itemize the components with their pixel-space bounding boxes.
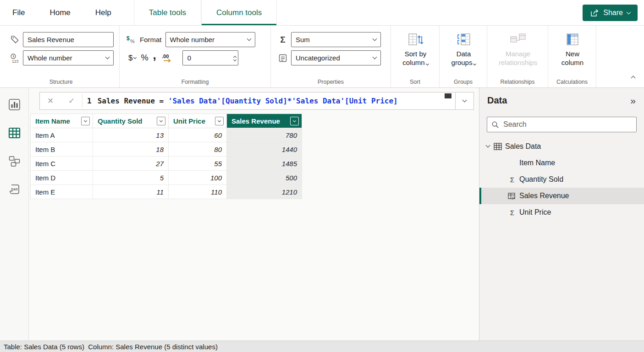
grid-cell[interactable]: Item A (31, 128, 93, 142)
spinner-down-icon[interactable] (233, 58, 237, 61)
grid-cell[interactable]: 18 (93, 142, 169, 157)
grid-cell[interactable]: 11 (93, 185, 169, 199)
tab-column-tools[interactable]: Column tools (201, 0, 277, 25)
grid-cell[interactable]: 1210 (227, 185, 302, 199)
filter-dropdown-icon[interactable] (81, 117, 90, 125)
field-unit-price[interactable]: Σ Unit Price (479, 204, 644, 221)
chevron-down-icon (426, 62, 429, 65)
share-button-label: Share (603, 9, 623, 17)
tab-table-tools-label: Table tools (149, 8, 186, 17)
grid-cell[interactable]: 80 (169, 142, 227, 157)
search-input[interactable] (503, 120, 632, 129)
sigma-icon: Σ (507, 209, 517, 217)
view-rail: DAX (0, 88, 29, 341)
section-label-calculations: Calculations (548, 79, 596, 85)
tab-column-tools-label: Column tools (216, 8, 262, 17)
grid-cell[interactable]: Item D (31, 171, 93, 185)
chevron-up-icon (631, 76, 636, 81)
table-icon (494, 143, 502, 150)
expand-formula-bar-button[interactable] (455, 92, 473, 109)
column-header-quantity-sold[interactable]: Quantity Sold (93, 114, 169, 128)
section-label-sort: Sort (391, 79, 439, 85)
svg-text:$: $ (127, 35, 130, 42)
summarization-select[interactable]: Sum (291, 32, 381, 47)
grid-cell[interactable]: 5 (93, 171, 169, 185)
grid-cell[interactable]: 780 (227, 128, 302, 142)
grid-cell[interactable]: 13 (93, 128, 169, 142)
report-view-button[interactable] (5, 95, 23, 114)
field-label: Unit Price (519, 208, 551, 217)
chevron-down-icon[interactable] (486, 143, 490, 148)
formula-input[interactable]: Sales Revenue = 'Sales Data'[Quantity So… (92, 92, 455, 109)
thousands-separator-button[interactable]: , (150, 51, 158, 65)
field-sales-revenue[interactable]: fx Sales Revenue (479, 188, 644, 204)
format-select[interactable]: Whole number (165, 32, 255, 47)
share-button[interactable]: Share (583, 5, 638, 21)
menu-file[interactable]: File (0, 0, 37, 25)
decimal-places-button[interactable]: .00 (159, 51, 177, 65)
dax-query-view-button[interactable]: DAX (5, 180, 23, 199)
grid-cell[interactable]: Item B (31, 142, 93, 157)
column-header-unit-price[interactable]: Unit Price (169, 114, 227, 128)
grid-cell[interactable]: Item E (31, 185, 93, 199)
menu-help[interactable]: Help (83, 0, 124, 25)
tab-table-tools[interactable]: Table tools (134, 0, 201, 25)
new-column-label: New column (555, 49, 590, 67)
grid-cell[interactable]: 1440 (227, 142, 302, 157)
section-label-properties: Properties (271, 79, 391, 85)
menu-home[interactable]: Home (37, 0, 83, 25)
cancel-formula-button[interactable]: ✕ (40, 92, 61, 109)
sigma-icon: Σ (507, 176, 517, 184)
data-view-canvas: ✕ ✓ 1 Sales Revenue = 'Sales Data'[Quant… (29, 88, 479, 341)
filter-dropdown-icon[interactable] (215, 117, 224, 125)
grid-cell[interactable]: 55 (169, 157, 227, 171)
percent-format-button[interactable]: % (138, 51, 150, 65)
collapse-pane-icon[interactable]: » (630, 96, 636, 105)
ribbon-section-properties: Σ Sum Uncategorized Properties (270, 26, 391, 87)
collapse-ribbon-button[interactable] (630, 71, 637, 83)
grid-cell[interactable]: 60 (169, 128, 227, 142)
manage-relationships-icon (510, 32, 526, 47)
model-view-button[interactable] (5, 152, 23, 170)
section-label-relationships: Relationships (487, 79, 548, 85)
column-header-sales-revenue[interactable]: Sales Revenue (227, 114, 302, 128)
data-category-select[interactable]: Uncategorized (291, 50, 381, 65)
ribbon-section-structure: 123 Whole number Structure (3, 26, 119, 87)
format-label: Format (140, 36, 162, 43)
summarization-value: Sum (296, 36, 310, 43)
currency-format-button[interactable]: $ (126, 51, 138, 65)
format-value: Whole number (170, 36, 215, 43)
column-header-label: Item Name (35, 117, 70, 125)
field-quantity-sold[interactable]: Σ Quantity Sold (479, 171, 644, 188)
formula-scrollbar-thumb[interactable] (445, 93, 451, 98)
field-item-name[interactable]: Item Name (479, 155, 644, 171)
grid-cell[interactable]: Item C (31, 157, 93, 171)
sort-by-column-button[interactable]: Sort by column (397, 32, 434, 67)
grid-cell[interactable]: 500 (227, 171, 302, 185)
field-label: Quantity Sold (519, 175, 563, 184)
filter-dropdown-icon[interactable] (157, 117, 165, 125)
column-name-input[interactable] (23, 32, 114, 47)
grid-cell[interactable]: 1485 (227, 157, 302, 171)
manage-relationships-button[interactable]: Manage relationships (499, 32, 537, 67)
data-groups-button[interactable]: Data groups (446, 32, 481, 67)
data-view-button[interactable] (5, 124, 23, 142)
commit-formula-button[interactable]: ✓ (61, 92, 82, 109)
new-column-icon (565, 32, 580, 47)
grid-cell[interactable]: 110 (169, 185, 227, 199)
filter-dropdown-icon[interactable] (290, 117, 299, 125)
section-label-formatting: Formatting (120, 79, 270, 85)
grid-cell[interactable]: 100 (169, 171, 227, 185)
comma-icon: , (153, 48, 156, 62)
data-type-select[interactable]: Whole number (23, 50, 114, 65)
table-node-sales-data[interactable]: Sales Data (479, 138, 644, 155)
manage-relationships-label: Manage relationships (499, 49, 537, 67)
column-header-item-name[interactable]: Item Name (31, 114, 93, 128)
decimal-places-spinner[interactable]: 0 (182, 50, 238, 65)
grid-cell[interactable]: 27 (93, 157, 169, 171)
section-label-structure: Structure (3, 79, 119, 85)
new-column-button[interactable]: New column (555, 32, 590, 67)
data-pane: Data » Sales Data Ite (479, 88, 644, 341)
calculated-column-icon: fx (507, 192, 517, 200)
menu-help-label: Help (95, 8, 111, 17)
